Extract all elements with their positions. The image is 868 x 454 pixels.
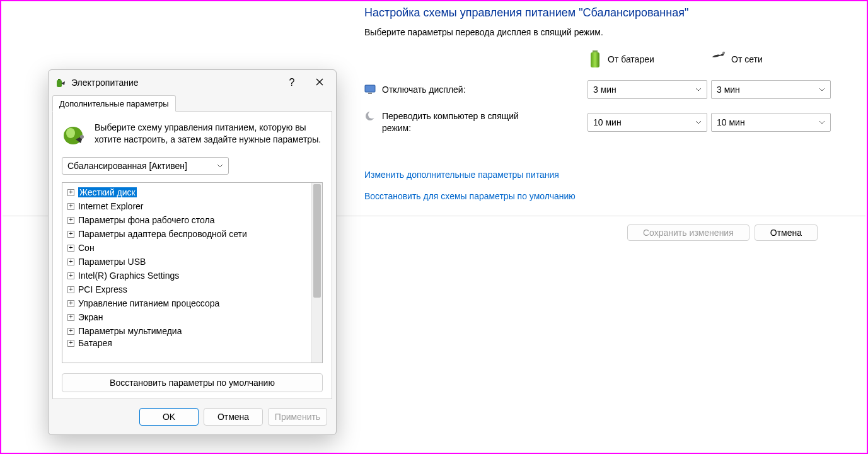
advanced-power-options-dialog: Электропитание ? Дополнительные параметр… <box>48 69 337 435</box>
page-subtitle: Выберите параметры перевода дисплея в сп… <box>364 27 831 37</box>
tree-item-label: Параметры USB <box>78 257 146 267</box>
battery-icon <box>587 50 603 69</box>
page-title: Настройка схемы управления питанием "Сба… <box>364 6 831 20</box>
expand-icon[interactable]: + <box>67 286 74 293</box>
column-label-battery: От батареи <box>608 54 654 64</box>
svg-rect-0 <box>593 50 598 52</box>
link-advanced-power-settings[interactable]: Изменить дополнительные параметры питани… <box>364 170 831 180</box>
plan-select[interactable]: Сбалансированная [Активен] <box>62 157 229 175</box>
tree-item[interactable]: +Управление питанием процессора <box>65 296 311 310</box>
tree-item[interactable]: +Internet Explorer <box>65 199 311 213</box>
tree-item[interactable]: +Жесткий диск <box>65 185 311 199</box>
scrollbar-thumb[interactable] <box>313 184 321 298</box>
moon-icon <box>364 110 376 122</box>
svg-rect-4 <box>368 93 372 94</box>
tree-item[interactable]: +Параметры адаптера беспроводной сети <box>65 227 311 241</box>
select-display-mains-value: 3 мин <box>717 84 740 95</box>
tab-strip: Дополнительные параметры <box>49 95 336 112</box>
select-display-battery[interactable]: 3 мин <box>587 80 707 99</box>
select-sleep-battery-value: 10 мин <box>593 117 622 127</box>
close-button[interactable] <box>308 74 331 91</box>
expand-icon[interactable]: + <box>67 217 74 224</box>
tree-item-label: Сон <box>78 243 95 253</box>
expand-icon[interactable]: + <box>67 272 74 279</box>
dialog-panel: Выберите схему управления питанием, кото… <box>52 111 332 399</box>
close-icon <box>316 77 323 88</box>
svg-rect-8 <box>58 79 61 80</box>
select-display-battery-value: 3 мин <box>593 84 616 95</box>
plan-settings-panel: Настройка схемы управления питанием "Сба… <box>364 6 831 212</box>
expand-icon[interactable]: + <box>67 340 74 347</box>
apply-button[interactable]: Применить <box>268 408 327 426</box>
tree-item[interactable]: +Параметры USB <box>65 255 311 269</box>
select-sleep-mains[interactable]: 10 мин <box>711 113 831 132</box>
expand-icon[interactable]: + <box>67 245 74 252</box>
expand-icon[interactable]: + <box>67 203 74 210</box>
row-display-off: Отключать дисплей: <box>364 84 547 96</box>
tree-item-label: PCI Express <box>78 284 127 294</box>
save-changes-button[interactable]: Сохранить изменения <box>627 224 749 241</box>
select-sleep-battery[interactable]: 10 мин <box>587 113 707 132</box>
dialog-title: Электропитание <box>71 78 275 88</box>
tree-item-label: Параметры фона рабочего стола <box>78 215 215 225</box>
tree-item[interactable]: +Параметры мультимедиа <box>65 324 311 338</box>
link-restore-defaults[interactable]: Восстановить для схемы параметры по умол… <box>364 191 831 201</box>
dialog-cancel-button[interactable]: Отмена <box>204 408 263 426</box>
expand-icon[interactable]: + <box>67 328 74 335</box>
dialog-footer: OK Отмена Применить <box>49 403 336 434</box>
chevron-down-icon <box>819 88 825 91</box>
battery-plug-icon <box>62 122 87 149</box>
chevron-down-icon <box>695 120 702 124</box>
plug-icon <box>711 50 726 69</box>
expand-icon[interactable]: + <box>67 259 74 265</box>
svg-point-11 <box>80 135 84 139</box>
help-button[interactable]: ? <box>281 74 303 91</box>
tree-item-label: Экран <box>78 312 103 322</box>
tree-item-label: Параметры мультимедиа <box>78 326 182 336</box>
power-icon <box>55 77 66 88</box>
svg-rect-7 <box>57 80 62 87</box>
tree-scrollbar[interactable] <box>311 183 322 363</box>
panel-description: Выберите схему управления питанием, кото… <box>95 122 323 149</box>
dialog-titlebar[interactable]: Электропитание ? <box>49 70 336 95</box>
tree-item[interactable]: +Сон <box>65 241 311 255</box>
ok-button[interactable]: OK <box>139 408 199 426</box>
tree-item-label: Батарея <box>78 338 112 348</box>
column-header-mains: От сети <box>711 50 831 69</box>
svg-rect-3 <box>365 85 375 92</box>
expand-icon[interactable]: + <box>67 300 74 307</box>
expand-icon[interactable]: + <box>67 189 74 196</box>
chevron-down-icon <box>217 164 223 168</box>
settings-tree[interactable]: +Жесткий диск+Internet Explorer+Параметр… <box>62 182 323 363</box>
select-sleep-mains-value: 10 мин <box>717 117 745 127</box>
tree-item-label: Internet Explorer <box>78 201 144 211</box>
tab-advanced-settings[interactable]: Дополнительные параметры <box>52 95 176 112</box>
row-label-sleep: Переводить компьютер в спящий режим: <box>382 110 547 134</box>
tree-item-label: Intel(R) Graphics Settings <box>78 271 179 281</box>
select-display-mains[interactable]: 3 мин <box>711 80 831 99</box>
footer-buttons: Сохранить изменения Отмена <box>627 224 818 241</box>
monitor-icon <box>364 84 376 95</box>
chevron-down-icon <box>819 120 825 124</box>
tree-item[interactable]: +PCI Express <box>65 282 311 296</box>
plan-links: Изменить дополнительные параметры питани… <box>364 170 831 201</box>
svg-point-2 <box>722 52 725 54</box>
chevron-down-icon <box>695 88 702 91</box>
restore-plan-defaults-button[interactable]: Восстановить параметры по умолчанию <box>62 373 323 392</box>
panel-description-row: Выберите схему управления питанием, кото… <box>62 122 323 149</box>
row-sleep: Переводить компьютер в спящий режим: <box>364 110 547 134</box>
svg-point-10 <box>66 128 75 138</box>
column-label-mains: От сети <box>731 54 763 64</box>
row-label-display-off: Отключать дисплей: <box>382 84 466 96</box>
tree-item[interactable]: +Батарея <box>65 338 311 348</box>
tree-item[interactable]: +Параметры фона рабочего стола <box>65 213 311 227</box>
question-icon: ? <box>289 77 295 88</box>
tree-item[interactable]: +Экран <box>65 310 311 324</box>
cancel-button[interactable]: Отмена <box>755 224 818 241</box>
tree-item-label: Параметры адаптера беспроводной сети <box>78 229 247 239</box>
expand-icon[interactable]: + <box>67 231 74 238</box>
expand-icon[interactable]: + <box>67 314 74 321</box>
tree-item[interactable]: +Intel(R) Graphics Settings <box>65 269 311 282</box>
tree-item-label: Управление питанием процессора <box>78 298 219 308</box>
svg-point-6 <box>368 111 376 119</box>
